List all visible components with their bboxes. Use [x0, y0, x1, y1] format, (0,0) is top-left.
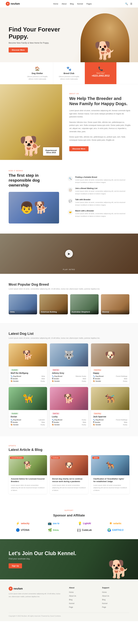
nav-pages[interactable]: Pages	[86, 3, 92, 5]
footer-support-link-2[interactable]: Blog	[102, 598, 130, 601]
hero-cta-button[interactable]: Discover More	[8, 48, 28, 52]
dog-img-0: 🐕	[8, 344, 47, 366]
dog-meta-1: 🐾 Dog Breed Siberian Husky ⚧ Gender Male…	[52, 375, 86, 382]
dog-color-label-1: 🎨 Gender	[52, 380, 60, 382]
dog-body-1: Sold Out Johnny Grey 🐾 Dog Breed Siberia…	[50, 366, 88, 384]
blog-badge-0: Assured Breeders	[10, 456, 24, 459]
blog-card-0[interactable]: 🐕 Assured Breeders Assured Advice for Li…	[8, 455, 47, 494]
step-1-title: Finding a Suitable Breed	[75, 176, 130, 178]
footer-about-link-2[interactable]: Blog	[69, 598, 96, 601]
sponsor-icon-6: {:}	[77, 528, 81, 532]
breed-card-4[interactable]: Basenji	[101, 294, 130, 314]
sponsor-1[interactable]: 📺zoo tv	[48, 522, 59, 525]
footer-about-link-4[interactable]: Page	[69, 606, 96, 608]
blog-card-2[interactable]: 🐕‍🦺 Update Clarification of 'Grandfather…	[91, 455, 130, 494]
dog-card-1[interactable]: 🐺 Sold Out Johnny Grey 🐾 Dog Breed Siber…	[50, 344, 88, 384]
dog-gender-row-3: ⚧ Gender Male	[11, 422, 45, 423]
dog-color-val-2: Husky	[123, 380, 127, 382]
nav-blog[interactable]: Blog	[70, 3, 74, 5]
menu-icon[interactable]: ☰	[130, 2, 132, 5]
sponsor-3[interactable]: ☀solartic	[109, 522, 122, 525]
footer-about-link-0[interactable]: Home	[69, 591, 96, 594]
about-content: ABOUT US We Help The Breeder and New Fam…	[62, 84, 138, 160]
footer-about-link-3[interactable]: Kennel	[69, 602, 96, 604]
sponsor-7[interactable]: 🌍EARTH2.0	[107, 528, 123, 532]
logo[interactable]: N neufam	[6, 2, 20, 6]
dog-breed-label-0: 🐾 Dog Breed	[11, 375, 21, 377]
breed-card-2[interactable]: American Bulldog	[40, 294, 68, 314]
hero-dog-placeholder	[80, 13, 130, 62]
dog-name-1: Johnny Grey	[52, 372, 86, 374]
service-dog-shelter: 🏠 Dog Shelter Ultrices premium a at frin…	[22, 62, 53, 84]
dog-breed-row-3: 🐾 Dog Breed Labrador	[11, 419, 45, 421]
dog-card-2[interactable]: 🐶 Searching Happy 🐾 Dog Breed French Bul…	[91, 344, 130, 384]
cta-signup-button[interactable]: Sign Up	[8, 563, 22, 568]
blog-card-1[interactable]: 🐶 Fundraise Dorset dog charity set to co…	[50, 455, 88, 494]
about-label: ABOUT US	[69, 93, 131, 94]
breed-2-label: American Bulldog	[40, 309, 68, 314]
search-icon[interactable]: 🔍	[125, 2, 128, 5]
footer-support-anchor-0[interactable]: Home	[102, 591, 107, 593]
sponsor-2[interactable]: 💡LightAI	[78, 522, 91, 525]
dog-gender-val-2: Male	[124, 378, 127, 380]
dog-color-val-5: Husky	[123, 424, 127, 426]
footer-support-anchor-3[interactable]: Kennel	[102, 602, 108, 604]
nav-kennel[interactable]: Kennel	[77, 3, 83, 5]
dog-card-3[interactable]: 🦮 Available Durian 🐾 Dog Breed Labrador …	[8, 387, 47, 428]
service-contact[interactable]: 📞 Need Help? +6221.2002.2012	[85, 62, 116, 84]
breed-club-desc: Ultrices premium a at fringilla ultrices…	[57, 75, 81, 80]
dog-color-row-3: 🎨 Gender Husky	[11, 424, 45, 426]
dog-gender-val-5: Male	[124, 422, 127, 423]
dog-meta-5: 🐾 Dog Breed French Bulldogs ⚧ Gender Mal…	[93, 419, 127, 426]
footer-support-link-1[interactable]: About Us	[102, 594, 130, 597]
footer-support-anchor-1[interactable]: About Us	[102, 595, 109, 597]
footer-support-anchor-2[interactable]: Blog	[102, 599, 106, 601]
phone-number[interactable]: +6221.2002.2012	[88, 74, 113, 77]
nav-about[interactable]: About	[62, 3, 66, 5]
about-body1: Lorem ipsum dolor sit amet, consectetur …	[69, 109, 131, 118]
cta-title: Let's Join Our Club Kennel.	[8, 550, 76, 556]
footer-support-link-4[interactable]: Page	[102, 606, 130, 608]
footer-about-anchor-2[interactable]: Blog	[69, 599, 72, 601]
sponsor-icon-7: 🌍	[107, 528, 111, 532]
sponsor-4[interactable]: 🔵UTOSIA	[16, 528, 30, 532]
sponsor-name-0: velocity	[21, 522, 30, 525]
dog-card-0[interactable]: 🐕 Available Wulf the Wolfgang 🐾 Dog Bree…	[8, 344, 47, 384]
dog-card-4[interactable]: 🐕 Sold Out Lucky 🐾 Dog Breed Husky ⚧ Gen…	[50, 387, 88, 428]
footer-support-anchor-4[interactable]: Page	[102, 606, 106, 608]
about-cta-button[interactable]: Discover More	[69, 146, 88, 151]
dog-card-5[interactable]: 🐕‍🦺 Searching Jack Sparrow 🐾 Dog Breed F…	[91, 387, 130, 428]
footer-about-anchor-3[interactable]: Kennel	[69, 602, 74, 604]
about-section: 🐕 Experienced Since 2015 ABOUT US We Hel…	[0, 84, 138, 160]
footer-logo-text: neufam	[14, 587, 23, 590]
dog-body-4: Sold Out Lucky 🐾 Dog Breed Husky ⚧ Gende…	[50, 410, 88, 428]
footer-support-link-0[interactable]: Home	[102, 591, 130, 594]
blog-title-2: Clarification of 'Grandfather rights' fo…	[93, 478, 127, 483]
dog-gender-label-5: ⚧ Gender	[93, 422, 100, 423]
dog-color-row-0: 🎨 Gender Husky	[11, 380, 45, 382]
sponsor-5[interactable]: 🌿treva.	[48, 528, 59, 532]
footer-about-link-1[interactable]: About Us	[69, 594, 96, 597]
step-1-desc: Lorem ipsum dolor sit amet, consectetur …	[75, 179, 130, 184]
footer-about-anchor-1[interactable]: About Us	[69, 595, 76, 597]
nav-home[interactable]: Home	[53, 3, 58, 5]
breed-card-3[interactable]: Australian Shepherd	[70, 294, 98, 314]
dog-gender-row-0: ⚧ Gender Male	[11, 378, 45, 380]
step-2: 📋 Join a Breed Waiting List Lorem ipsum …	[68, 187, 130, 195]
play-button[interactable]: ▶	[65, 250, 73, 258]
dog-badge-0: Available	[11, 369, 19, 371]
footer-about-anchor-4[interactable]: Page	[69, 606, 73, 608]
footer-support-link-3[interactable]: Kennel	[102, 602, 130, 604]
step-3-text: Talk with Breeder Lorem ipsum dolor sit …	[75, 198, 130, 206]
dog-gender-val-1: Male	[83, 378, 86, 380]
footer-about-anchor-0[interactable]: Home	[69, 591, 74, 593]
sponsor-0[interactable]: ⚡velocity	[16, 522, 30, 525]
dog-gender-label-1: ⚧ Gender	[52, 378, 59, 380]
sponsors-label: SUPPORT	[8, 510, 130, 511]
sponsor-6[interactable]: {:}CodeLab	[77, 528, 92, 532]
play-label: PLAY INTRO	[63, 269, 75, 270]
nav-actions: 🔍 ☰	[125, 2, 132, 5]
breed-card-1[interactable]: Akita	[8, 294, 37, 314]
logo-text: neufam	[11, 2, 20, 5]
about-dog-emoji: 🐕	[20, 135, 43, 157]
